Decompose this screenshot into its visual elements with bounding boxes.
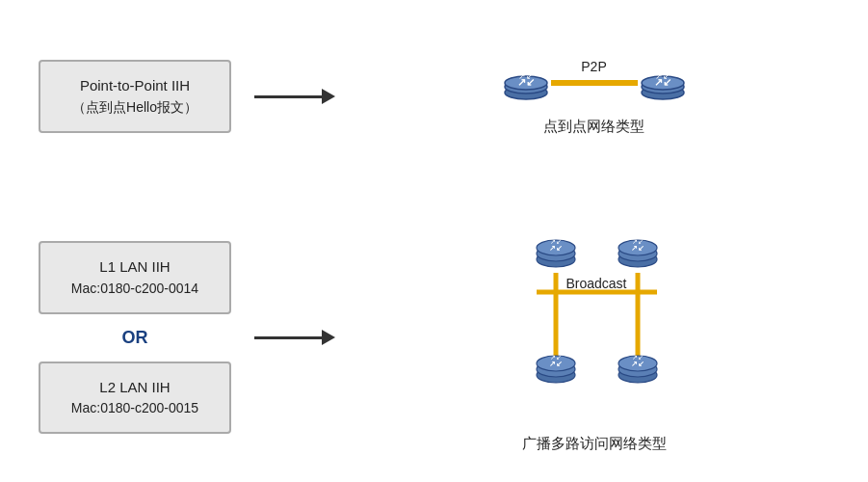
- svg-text:↗↙: ↗↙: [631, 360, 644, 368]
- broadcast-diagram-wrapper: ↗↙ ↗↙ ↗↙ ↗↙ Broadcast ↗↙ ↗↙: [479, 223, 710, 453]
- svg-text:↗↙: ↗↙: [549, 360, 563, 368]
- l1-title: L1 LAN IIH: [60, 256, 210, 279]
- svg-text:↗↙: ↗↙: [632, 354, 644, 361]
- svg-text:↗↙: ↗↙: [631, 244, 644, 253]
- svg-text:↗↙: ↗↙: [550, 354, 562, 361]
- arrow-shape: [254, 89, 335, 104]
- svg-text:↗↙: ↗↙: [655, 71, 671, 81]
- broadcast-arrow: [254, 330, 335, 345]
- diagram-container: Point-to-Point IIH （点到点Hello报文）: [0, 0, 868, 482]
- p2p-link-line: P2P: [551, 80, 638, 86]
- p2p-top-network: ↗↙ ↗↙ P2P ↗↙ ↗↙ 点: [501, 58, 688, 136]
- p2p-network-area: ↗↙ ↗↙ P2P ↗↙ ↗↙ 点: [358, 58, 829, 136]
- arrow-line-2: [254, 336, 322, 339]
- l1-mac: Mac:0180-c200-0014: [60, 279, 210, 299]
- or-label: OR: [122, 328, 148, 348]
- arrow-head: [322, 89, 335, 104]
- p2p-title: Point-to-Point IIH: [60, 75, 210, 97]
- broadcast-caption: 广播多路访问网络类型: [522, 435, 667, 453]
- p2p-link-label: P2P: [581, 59, 606, 74]
- arrow-head-2: [322, 330, 335, 345]
- svg-text:↗↙: ↗↙: [632, 238, 644, 245]
- arrow-line: [254, 95, 322, 98]
- p2p-caption: 点到点网络类型: [543, 118, 644, 136]
- l2-label-box: L2 LAN IIH Mac:0180-c200-0015: [39, 362, 231, 435]
- top-section: Point-to-Point IIH （点到点Hello报文）: [0, 0, 868, 193]
- broadcast-network-area: ↗↙ ↗↙ ↗↙ ↗↙ Broadcast ↗↙ ↗↙: [358, 223, 829, 453]
- svg-text:↗↙: ↗↙: [549, 244, 563, 253]
- bottom-section: L1 LAN IIH Mac:0180-c200-0014 OR L2 LAN …: [0, 193, 868, 482]
- p2p-label-box: Point-to-Point IIH （点到点Hello报文）: [39, 60, 231, 133]
- l1-label-box: L1 LAN IIH Mac:0180-c200-0014: [39, 241, 231, 314]
- svg-text:↗↙: ↗↙: [518, 71, 534, 81]
- router-icon-right: ↗↙ ↗↙: [638, 58, 688, 108]
- svg-text:↗↙: ↗↙: [550, 238, 562, 245]
- p2p-arrow: [254, 89, 335, 104]
- broadcast-text-svg: Broadcast: [566, 276, 626, 291]
- router-icon-left: ↗↙ ↗↙: [501, 58, 551, 108]
- l2-title: L2 LAN IIH: [60, 377, 210, 399]
- broadcast-svg: ↗↙ ↗↙ ↗↙ ↗↙ Broadcast ↗↙ ↗↙: [479, 223, 710, 425]
- p2p-subtitle: （点到点Hello报文）: [60, 97, 210, 118]
- l2-mac: Mac:0180-c200-0015: [60, 398, 210, 418]
- p2p-diagram: ↗↙ ↗↙ P2P ↗↙ ↗↙: [501, 58, 688, 108]
- arrow-shape-2: [254, 330, 335, 345]
- left-boxes: L1 LAN IIH Mac:0180-c200-0014 OR L2 LAN …: [39, 241, 231, 434]
